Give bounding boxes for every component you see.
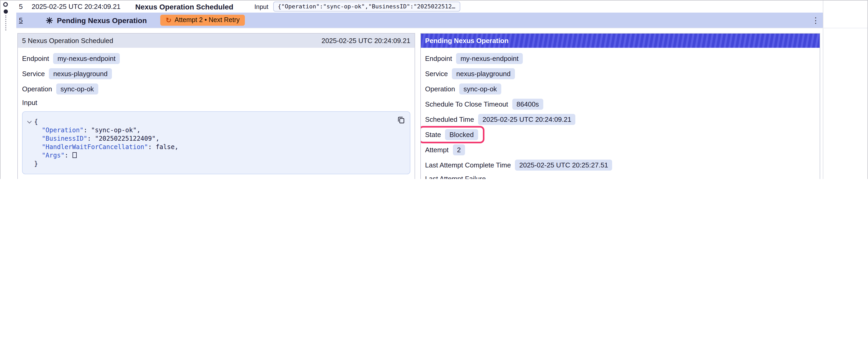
code-text: "BusinessID": "20250225122409", [34,134,159,143]
field-label: Endpoint [425,55,452,62]
nexus-asterisk-icon [46,17,53,24]
timeline-node-open-icon [3,2,8,7]
event-timestamp: 2025-02-25 UTC 20:24:09.21 [32,3,120,10]
field-row-scheduled-time: Scheduled Time 2025-02-25 UTC 20:24:09.2… [425,114,815,125]
event-history-header: 5 2025-02-25 UTC 20:24:09.21 Nexus Opera… [1,1,867,28]
timeline-dotted-line [5,15,6,30]
field-row-operation: Operation sync-op-ok [22,84,410,95]
field-row-endpoint: Endpoint my-nexus-endpoint [425,53,815,64]
scheduled-panel-header: 5 Nexus Operation Scheduled 2025-02-25 U… [18,34,414,48]
field-value-chip: 86400s [512,99,543,110]
field-row-last-attempt-complete: Last Attempt Complete Time 2025-02-25 UT… [425,160,815,171]
retry-badge: ↻ Attempt 2 • Next Retry [160,15,245,26]
field-row-operation: Operation sync-op-ok [425,84,815,95]
field-value-chip: sync-op-ok [459,84,501,95]
code-gutter [26,151,34,160]
field-label: Last Attempt Complete Time [425,161,511,169]
field-label: Attempt [425,146,449,154]
field-label: Endpoint [22,55,49,62]
pending-panel-title: Pending Nexus Operation [425,37,508,44]
code-line: "HandlerWaitForCancellation": false, [26,143,389,151]
code-text: "HandlerWaitForCancellation": false, [34,143,178,151]
empty-array-icon [73,152,77,158]
overflow-menu-icon[interactable]: ⋮ [812,15,820,25]
code-line: "BusinessID": "20250225122409", [26,134,389,143]
code-gutter [26,126,34,134]
event-row-scheduled[interactable]: 5 2025-02-25 UTC 20:24:09.21 Nexus Opera… [16,1,823,12]
code-line: } [26,160,389,168]
code-text: } [34,160,38,168]
field-value-chip: my-nexus-endpoint [456,53,523,64]
field-value-chip: nexus-playground [452,68,515,79]
code-line: "Args": [26,151,389,160]
pending-panel-header: Pending Nexus Operation [421,34,820,48]
scheduled-panel-body: Endpoint my-nexus-endpoint Service nexus… [18,48,414,179]
field-label: Scheduled Time [425,116,474,123]
field-label: Service [22,70,45,78]
input-section-label: Input [22,99,410,106]
retry-icon: ↻ [166,17,172,24]
code-gutter [26,143,34,151]
code-text: { [34,118,38,126]
event-id: 5 [19,3,23,10]
field-row-service: Service nexus-playground [425,68,815,79]
copy-button[interactable] [397,116,405,124]
field-row-schedule-to-close: Schedule To Close Timeout 86400s [425,99,815,110]
state-value-chip: Blocked [445,129,478,140]
input-json-viewer: { "Operation": "sync-op-ok", "BusinessID… [22,111,410,174]
scheduled-panel-title: 5 Nexus Operation Scheduled [22,37,113,44]
input-json-lines: { "Operation": "sync-op-ok", "BusinessID… [26,118,389,168]
field-row-endpoint: Endpoint my-nexus-endpoint [22,53,410,64]
pending-event-id-link[interactable]: 5 [19,16,23,24]
input-label: Input [254,3,268,10]
field-value-chip: my-nexus-endpoint [53,53,120,64]
event-title: Nexus Operation Scheduled [135,2,233,11]
scheduled-panel-time: 2025-02-25 UTC 20:24:09.21 [321,37,410,44]
field-label: State [425,131,441,138]
field-row-service: Service nexus-playground [22,68,410,79]
app-window: 5 2025-02-25 UTC 20:24:09.21 Nexus Opera… [0,0,868,179]
code-text: "Operation": "sync-op-ok", [34,126,141,134]
field-value-chip: sync-op-ok [56,84,98,95]
pending-operation-row[interactable]: 5 Pending Nexus Operation ↻ Attempt 2 • … [16,12,823,28]
timeline-gutter [1,1,16,33]
failure-section-label: Last Attempt Failure [425,175,815,179]
pending-operation-panel: Pending Nexus Operation Endpoint my-nexu… [420,33,820,179]
state-annotation-highlight: State Blocked [420,126,484,143]
code-gutter [26,160,34,168]
field-row-attempt: Attempt 2 [425,144,815,155]
field-label: Operation [425,85,455,93]
pending-panel-body: Endpoint my-nexus-endpoint Service nexus… [421,48,820,179]
input-preview-chip[interactable]: {"Operation":"sync-op-ok","BusinessID":"… [273,2,460,11]
code-gutter [26,134,34,143]
code-line: { [26,118,389,126]
field-label: Schedule To Close Timeout [425,100,508,108]
collapse-chevron-icon[interactable] [26,118,34,126]
code-text: "Args": [34,151,77,160]
field-label: Operation [22,85,52,93]
retry-badge-label: Attempt 2 • Next Retry [175,16,240,24]
field-label: Service [425,70,448,78]
code-line: "Operation": "sync-op-ok", [26,126,389,134]
field-value-chip: 2025-02-25 UTC 20:25:27.51 [515,160,612,171]
field-value-chip: nexus-playground [49,68,112,79]
scheduled-event-detail-panel: 5 Nexus Operation Scheduled 2025-02-25 U… [17,33,415,179]
timeline-node-filled-icon [4,9,8,14]
field-value-chip: 2 [453,144,465,155]
detail-panels-area: 5 Nexus Operation Scheduled 2025-02-25 U… [1,28,867,179]
field-row-state: State Blocked [425,129,815,140]
field-value-chip: 2025-02-25 UTC 20:24:09.21 [478,114,575,125]
pending-operation-title: Pending Nexus Operation [57,16,147,24]
